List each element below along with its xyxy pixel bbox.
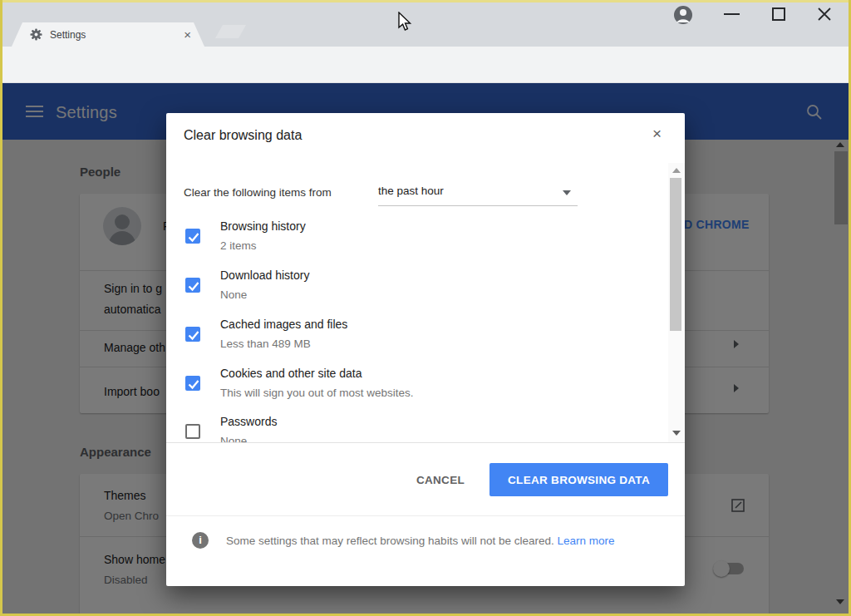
- footnote-text: Some settings that may reflect browsing …: [226, 535, 554, 547]
- checkbox-label: Cached images and files: [220, 318, 347, 331]
- checkbox-row[interactable]: Download history None: [166, 264, 657, 310]
- clear-browsing-data-dialog: Clear browsing data × Clear the followin…: [166, 113, 685, 586]
- checkbox-row[interactable]: Cached images and files Less than 489 MB: [166, 313, 657, 359]
- checkbox-label: Cookies and other site data: [220, 367, 362, 380]
- window-minimize-button[interactable]: [724, 13, 740, 15]
- time-range-label: Clear the following items from: [184, 186, 332, 199]
- checkbox-detail: 2 items: [220, 239, 257, 252]
- window-frame-left: [0, 0, 2, 616]
- tab-settings[interactable]: Settings ×: [12, 22, 204, 47]
- scrollbar-up-icon[interactable]: [672, 168, 681, 173]
- profile-avatar-icon[interactable]: [673, 5, 693, 25]
- checkbox-detail: None: [220, 288, 247, 301]
- learn-more-link[interactable]: Learn more: [557, 535, 614, 547]
- checkbox[interactable]: [185, 376, 200, 391]
- checkbox-row[interactable]: Cookies and other site data This will si…: [166, 362, 657, 408]
- scrollbar-down-icon[interactable]: [672, 431, 681, 436]
- mouse-cursor: [397, 12, 412, 33]
- browser-window: Settings × ← → Chrome: [0, 0, 851, 616]
- browser-toolbar: ← → Chrome chrome://settings/clearBrowse…: [0, 47, 851, 83]
- checkbox-label: Download history: [220, 269, 309, 282]
- checkbox-detail: Less than 489 MB: [220, 338, 311, 350]
- window-maximize-button[interactable]: [772, 7, 785, 21]
- checkbox-detail: None: [220, 435, 247, 442]
- checkbox-label: Browsing history: [220, 219, 306, 233]
- checkbox[interactable]: [185, 229, 200, 244]
- new-tab-button[interactable]: [215, 25, 246, 38]
- dialog-footer-divider: [166, 515, 685, 516]
- dialog-divider: [166, 442, 685, 443]
- tab-strip: Settings ×: [0, 0, 851, 47]
- checkbox-detail: This will sign you out of most websites.: [220, 387, 414, 399]
- gear-icon: [30, 28, 42, 41]
- tab-close-icon[interactable]: ×: [184, 28, 191, 41]
- time-range-select[interactable]: the past hour: [378, 183, 578, 206]
- checkbox-row[interactable]: Passwords None: [166, 410, 657, 442]
- window-close-button[interactable]: [817, 7, 832, 22]
- checkbox[interactable]: [185, 327, 200, 342]
- dialog-title: Clear browsing data: [184, 128, 302, 143]
- dialog-scroll-area: Clear the following items from the past …: [166, 163, 685, 442]
- checkbox[interactable]: [185, 424, 200, 439]
- dialog-scrollbar[interactable]: [668, 163, 685, 442]
- dialog-footnote: Some settings that may reflect browsing …: [226, 531, 662, 551]
- dialog-close-icon[interactable]: ×: [652, 125, 662, 143]
- window-frame-top: [0, 0, 851, 2]
- time-range-value: the past hour: [378, 185, 444, 197]
- dialog-scrollbar-thumb[interactable]: [670, 178, 681, 331]
- clear-browsing-data-button[interactable]: CLEAR BROWSING DATA: [489, 463, 668, 496]
- tab-title: Settings: [50, 29, 184, 41]
- checkbox-row[interactable]: Browsing history 2 items: [166, 214, 657, 261]
- checkbox-label: Passwords: [220, 415, 277, 428]
- info-icon: i: [192, 532, 209, 549]
- dropdown-caret-icon: [563, 190, 571, 195]
- cancel-button[interactable]: CANCEL: [399, 463, 482, 496]
- checkbox[interactable]: [185, 278, 200, 293]
